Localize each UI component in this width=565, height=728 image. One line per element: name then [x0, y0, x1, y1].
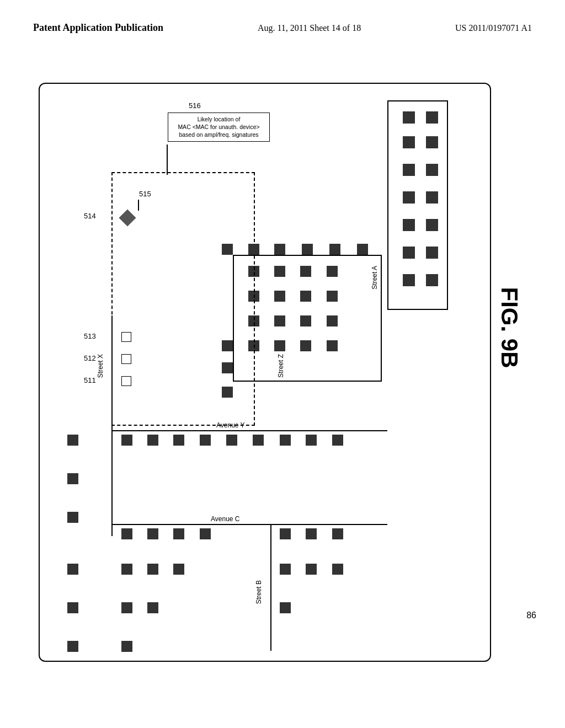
arrow-515: [138, 200, 139, 211]
block-ay-7: [280, 435, 291, 446]
patent-number: US 2011/0197071 A1: [455, 23, 532, 33]
block-bot-3: [173, 564, 184, 575]
block-bot-7: [67, 564, 78, 575]
block-left-1: [67, 435, 78, 446]
publication-title: Patent Application Publication: [33, 22, 163, 34]
block-mid-left-1: [222, 340, 233, 351]
tooltip-line3: based on ampl/freq. signatures: [172, 131, 266, 138]
block-ul-5: [329, 244, 340, 255]
page-header: Patent Application Publication Aug. 11, …: [0, 22, 565, 34]
sheet-info: Aug. 11, 2011 Sheet 14 of 18: [258, 23, 361, 33]
ref-516: 516: [189, 101, 201, 110]
block-bot-11: [67, 602, 78, 613]
block-ac-2: [147, 528, 158, 539]
block-tr-14: [426, 274, 438, 286]
block-left-3: [67, 512, 78, 523]
block-sz-6: [274, 291, 285, 302]
arrow-connector: [167, 144, 168, 175]
block-tr-8: [426, 191, 438, 204]
block-tr-1: [403, 111, 415, 124]
block-sz-14: [274, 340, 285, 351]
block-ay-3: [173, 435, 184, 446]
block-bot-8: [121, 602, 132, 613]
ref-514: 514: [84, 212, 96, 220]
block-tr-6: [426, 164, 438, 176]
avenue-y-road: [111, 430, 387, 431]
block-ul-4: [302, 244, 313, 255]
block-tr-3: [403, 136, 415, 148]
block-mid-left-2: [222, 362, 233, 373]
block-tr-10: [426, 219, 438, 231]
block-tr-12: [426, 247, 438, 259]
block-ay-1: [121, 435, 132, 446]
ref-512: 512: [84, 354, 96, 362]
block-bot-9: [147, 602, 158, 613]
block-ay-6: [253, 435, 264, 446]
block-sz-15: [300, 340, 311, 351]
device-512: [121, 354, 131, 364]
block-left-2: [67, 473, 78, 484]
block-ac-6: [306, 528, 317, 539]
block-tr-2: [426, 111, 438, 124]
tooltip-line1: Likely location of: [172, 115, 266, 123]
building-top-right: [387, 100, 448, 310]
block-sz-8: [327, 291, 338, 302]
ref-86: 86: [526, 611, 536, 620]
block-tr-9: [403, 219, 415, 231]
device-513: [121, 332, 131, 342]
street-x-label: Street X: [97, 354, 104, 378]
device-511: [121, 376, 131, 386]
ref-515: 515: [139, 190, 151, 198]
block-sz-11: [300, 315, 311, 326]
figure-label: FIG. 9B: [495, 287, 522, 368]
ref-513: 513: [84, 332, 96, 340]
block-ul-3: [274, 244, 285, 255]
block-ac-1: [121, 528, 132, 539]
block-tr-11: [403, 247, 415, 259]
block-tr-13: [403, 274, 415, 286]
block-ay-5: [226, 435, 237, 446]
diagram-container: Street Z Street A Avenue Y Avenue C Stre…: [39, 83, 491, 662]
block-ul-2: [248, 244, 259, 255]
avenue-c-road: [111, 524, 387, 525]
block-tr-4: [426, 136, 438, 148]
block-sz-16: [327, 340, 338, 351]
block-sz-12: [327, 315, 338, 326]
block-ul-6: [357, 244, 368, 255]
block-sz-4: [327, 266, 338, 277]
block-tr-7: [403, 191, 415, 204]
street-z-label: Street Z: [277, 354, 285, 378]
block-bot-10: [280, 602, 291, 613]
street-b-label: Street B: [255, 580, 263, 604]
block-bot-5: [306, 564, 317, 575]
likely-location-area: [111, 172, 255, 426]
block-ay-8: [306, 435, 317, 446]
block-bot-2: [147, 564, 158, 575]
block-ul-1: [222, 244, 233, 255]
block-bot-4: [280, 564, 291, 575]
block-bot-13: [121, 641, 132, 652]
block-bot-12: [67, 641, 78, 652]
block-ac-4: [200, 528, 211, 539]
avenue-c-label: Avenue C: [211, 515, 239, 523]
block-ac-3: [173, 528, 184, 539]
block-mid-left-3: [222, 387, 233, 398]
block-ac-5: [280, 528, 291, 539]
block-sz-3: [300, 266, 311, 277]
street-a-label: Street A: [371, 266, 379, 290]
block-ay-4: [200, 435, 211, 446]
block-ac-7: [332, 528, 343, 539]
block-tr-5: [403, 164, 415, 176]
block-sz-2: [274, 266, 285, 277]
block-sz-7: [300, 291, 311, 302]
block-bot-1: [121, 564, 132, 575]
block-sz-10: [274, 315, 285, 326]
block-bot-6: [332, 564, 343, 575]
block-ay-9: [332, 435, 343, 446]
street-b-road: [270, 524, 271, 651]
tooltip-line2: MAC <MAC for unauth. device>: [172, 123, 266, 131]
location-label-box: Likely location of MAC <MAC for unauth. …: [168, 113, 270, 142]
ref-511: 511: [84, 376, 96, 384]
block-ay-2: [147, 435, 158, 446]
